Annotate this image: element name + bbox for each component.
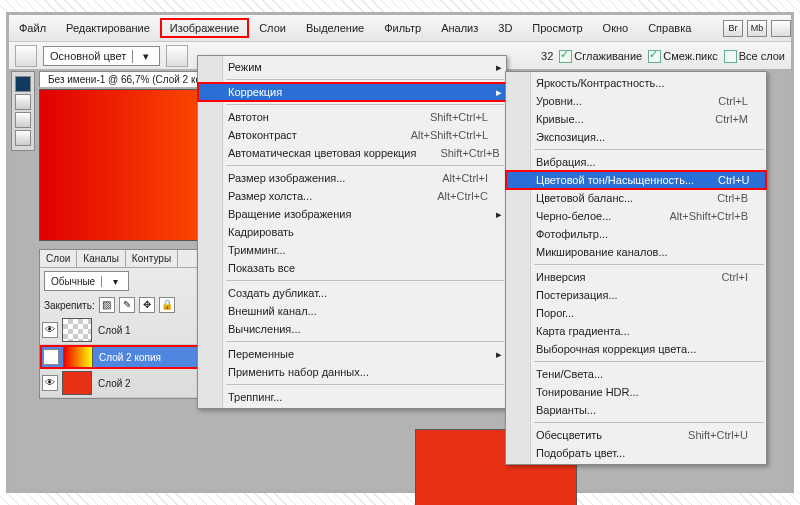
menu-item[interactable]: Микширование каналов... <box>506 243 766 261</box>
menu-item-label: Треппинг... <box>228 391 282 403</box>
menu-item[interactable]: Варианты... <box>506 401 766 419</box>
menu-item-label: Тонирование HDR... <box>536 386 639 398</box>
menu-item[interactable]: ИнверсияCtrl+I <box>506 268 766 286</box>
menu-item[interactable]: Порог... <box>506 304 766 322</box>
menu-item[interactable]: Уровни...Ctrl+L <box>506 92 766 110</box>
toolbox <box>11 71 35 151</box>
menu-выделение[interactable]: Выделение <box>296 18 374 38</box>
menu-item-shortcut: Shift+Ctrl+B <box>416 147 499 159</box>
menu-item[interactable]: Автоматическая цветовая коррекцияShift+C… <box>198 144 506 162</box>
menu-item-label: Размер изображения... <box>228 172 345 184</box>
antialias-checkbox[interactable]: Сглаживание <box>559 50 642 63</box>
menu-item-shortcut: Ctrl+B <box>693 192 748 204</box>
submenu-arrow-icon: ▸ <box>496 208 502 221</box>
menu-просмотр[interactable]: Просмотр <box>522 18 592 38</box>
menu-item[interactable]: Переменные▸ <box>198 345 506 363</box>
menu-item[interactable]: Размер изображения...Alt+Ctrl+I <box>198 169 506 187</box>
tool-preset-icon[interactable] <box>15 45 37 67</box>
menu-item[interactable]: Применить набор данных... <box>198 363 506 381</box>
menu-item-label: Черно-белое... <box>536 210 611 222</box>
menu-item[interactable]: Черно-белое...Alt+Shift+Ctrl+B <box>506 207 766 225</box>
menu-item-label: Выборочная коррекция цвета... <box>536 343 696 355</box>
menu-анализ[interactable]: Анализ <box>431 18 488 38</box>
menu-item[interactable]: Вращение изображения▸ <box>198 205 506 223</box>
menu-изображение[interactable]: Изображение <box>160 18 249 38</box>
tool-slot-icon[interactable] <box>15 130 31 146</box>
menu-item[interactable]: Цветовой тон/Насыщенность...Ctrl+U <box>506 171 766 189</box>
menu-справка[interactable]: Справка <box>638 18 701 38</box>
menu-item-label: Коррекция <box>228 86 282 98</box>
menu-item-shortcut: Ctrl+U <box>694 174 749 186</box>
panel-tab-paths[interactable]: Контуры <box>126 250 178 267</box>
menu-item[interactable]: Размер холста...Alt+Ctrl+C <box>198 187 506 205</box>
lock-all-icon[interactable]: 🔒 <box>159 297 175 313</box>
menu-item[interactable]: Кривые...Ctrl+M <box>506 110 766 128</box>
layer-row[interactable]: 👁Слой 2 копия <box>40 345 220 369</box>
panel-tab-layers[interactable]: Слои <box>40 250 77 267</box>
menu-item[interactable]: Коррекция▸ <box>198 83 506 101</box>
lock-transparency-icon[interactable]: ▨ <box>99 297 115 313</box>
menu-item-label: Порог... <box>536 307 574 319</box>
layers-panel: Слои Каналы Контуры Обычные▾ Закрепить: … <box>39 249 221 399</box>
contiguous-checkbox[interactable]: Смеж.пикс <box>648 50 717 63</box>
menu-item-label: Кривые... <box>536 113 584 125</box>
visibility-icon[interactable]: 👁 <box>43 349 59 365</box>
menu-item[interactable]: Тени/Света... <box>506 365 766 383</box>
menu-item-label: Кадрировать <box>228 226 294 238</box>
menu-файл[interactable]: Файл <box>9 18 56 38</box>
workspace-br-button[interactable]: Br <box>723 20 743 37</box>
lock-move-icon[interactable]: ✥ <box>139 297 155 313</box>
tool-slot-icon[interactable] <box>15 112 31 128</box>
menu-item[interactable]: Выборочная коррекция цвета... <box>506 340 766 358</box>
menu-item-label: Варианты... <box>536 404 596 416</box>
menu-фильтр[interactable]: Фильтр <box>374 18 431 38</box>
visibility-icon[interactable]: 👁 <box>42 322 58 338</box>
visibility-icon[interactable]: 👁 <box>42 375 58 391</box>
menu-item[interactable]: ОбесцветитьShift+Ctrl+U <box>506 426 766 444</box>
menu-item[interactable]: Кадрировать <box>198 223 506 241</box>
menu-item[interactable]: Создать дубликат... <box>198 284 506 302</box>
tool-slot-icon[interactable] <box>15 94 31 110</box>
menu-item[interactable]: Карта градиента... <box>506 322 766 340</box>
menu-item[interactable]: Внешний канал... <box>198 302 506 320</box>
menu-слои[interactable]: Слои <box>249 18 296 38</box>
foreground-color-select[interactable]: Основной цвет ▾ <box>43 46 160 66</box>
panel-tab-channels[interactable]: Каналы <box>77 250 126 267</box>
menu-item[interactable]: Вычисления... <box>198 320 506 338</box>
menu-item[interactable]: Тонирование HDR... <box>506 383 766 401</box>
menu-item-shortcut: Alt+Ctrl+I <box>418 172 488 184</box>
menu-item[interactable]: АвтоконтрастAlt+Shift+Ctrl+L <box>198 126 506 144</box>
menu-item[interactable]: Режим▸ <box>198 58 506 76</box>
menu-item[interactable]: Экспозиция... <box>506 128 766 146</box>
menu-item[interactable]: Вибрация... <box>506 153 766 171</box>
menu-item[interactable]: Яркость/Контрастность... <box>506 74 766 92</box>
menu-редактирование[interactable]: Редактирование <box>56 18 160 38</box>
menu-item-label: Микширование каналов... <box>536 246 668 258</box>
layer-row[interactable]: 👁Слой 2 <box>40 369 220 398</box>
menu-item[interactable]: Цветовой баланс...Ctrl+B <box>506 189 766 207</box>
workspace-mb-button[interactable]: Mb <box>747 20 767 37</box>
screen-mode-icon[interactable] <box>771 20 791 37</box>
swap-colors-icon[interactable] <box>166 45 188 67</box>
menu-item[interactable]: Показать все <box>198 259 506 277</box>
menu-item-label: Подобрать цвет... <box>536 447 625 459</box>
menu-item-shortcut: Ctrl+I <box>697 271 748 283</box>
blend-mode-select[interactable]: Обычные▾ <box>44 271 129 291</box>
menu-item[interactable]: Подобрать цвет... <box>506 444 766 462</box>
lock-brush-icon[interactable]: ✎ <box>119 297 135 313</box>
menu-item[interactable]: Постеризация... <box>506 286 766 304</box>
menu-окно[interactable]: Окно <box>593 18 639 38</box>
layer-row[interactable]: 👁Слой 1 <box>40 316 220 345</box>
menu-item-shortcut: Shift+Ctrl+L <box>406 111 488 123</box>
menu-3d[interactable]: 3D <box>488 18 522 38</box>
menu-item[interactable]: Фотофильтр... <box>506 225 766 243</box>
menu-item[interactable]: АвтотонShift+Ctrl+L <box>198 108 506 126</box>
menu-item[interactable]: Треппинг... <box>198 388 506 406</box>
menu-item[interactable]: Тримминг... <box>198 241 506 259</box>
all-layers-checkbox[interactable]: Все слои <box>724 50 785 63</box>
menu-item-label: Автотон <box>228 111 269 123</box>
menu-item-label: Вибрация... <box>536 156 596 168</box>
menu-item-shortcut: Alt+Shift+Ctrl+B <box>645 210 748 222</box>
foreground-color-label: Основной цвет <box>44 50 132 62</box>
menu-item-label: Автоконтраст <box>228 129 297 141</box>
